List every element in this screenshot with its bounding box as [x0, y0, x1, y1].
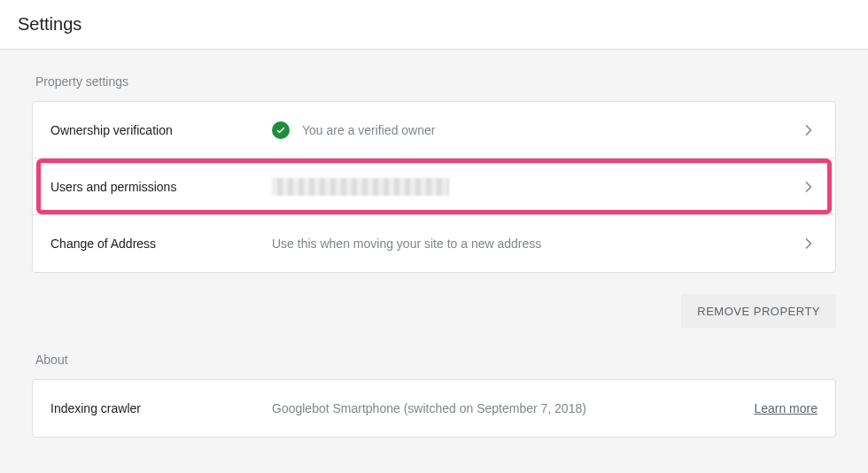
- remove-property-button[interactable]: REMOVE PROPERTY: [681, 294, 836, 328]
- users-permissions-desc: [272, 178, 818, 196]
- about-card: Indexing crawler Googlebot Smartphone (s…: [32, 379, 836, 438]
- page-header: Settings: [0, 0, 868, 50]
- change-address-label: Change of Address: [50, 237, 272, 251]
- ownership-verification-label: Ownership verification: [50, 123, 272, 137]
- indexing-crawler-label: Indexing crawler: [50, 401, 272, 415]
- users-permissions-label: Users and permissions: [50, 180, 272, 194]
- property-settings-label: Property settings: [32, 50, 836, 101]
- property-settings-card: Ownership verification You are a verifie…: [32, 101, 836, 273]
- content-area: Property settings Ownership verification…: [0, 50, 868, 473]
- chevron-right-icon: [800, 178, 818, 196]
- ownership-verification-desc: You are a verified owner: [272, 121, 818, 139]
- change-address-row[interactable]: Change of Address Use this when moving y…: [33, 215, 835, 272]
- indexing-crawler-desc: Googlebot Smartphone (switched on Septem…: [272, 401, 754, 415]
- chevron-right-icon: [800, 121, 818, 139]
- verified-check-icon: [272, 121, 290, 139]
- ownership-status-text: You are a verified owner: [302, 123, 435, 137]
- ownership-verification-row[interactable]: Ownership verification You are a verifie…: [33, 102, 835, 159]
- redacted-content: [272, 178, 449, 196]
- about-label: About: [32, 328, 836, 379]
- change-address-desc: Use this when moving your site to a new …: [272, 237, 818, 251]
- learn-more-link[interactable]: Learn more: [754, 401, 818, 415]
- indexing-crawler-row: Indexing crawler Googlebot Smartphone (s…: [33, 380, 835, 437]
- chevron-right-icon: [800, 235, 818, 252]
- users-permissions-row[interactable]: Users and permissions: [33, 159, 835, 215]
- property-actions: REMOVE PROPERTY: [32, 273, 836, 328]
- page-title: Settings: [18, 14, 850, 35]
